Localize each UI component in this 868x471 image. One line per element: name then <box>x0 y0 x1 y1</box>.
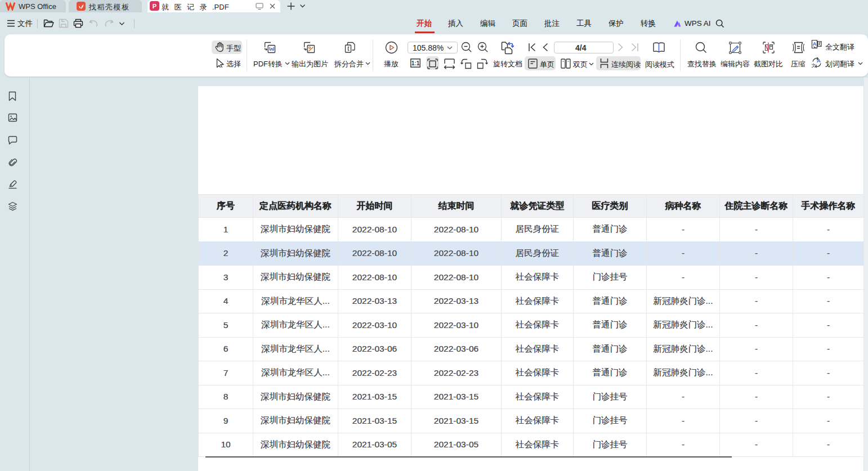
svg-text:P: P <box>153 3 156 10</box>
svg-text:A: A <box>813 41 817 47</box>
svg-text:文: 文 <box>812 63 816 68</box>
svg-text:1:1: 1:1 <box>411 60 420 66</box>
svg-text:A: A <box>817 57 821 64</box>
